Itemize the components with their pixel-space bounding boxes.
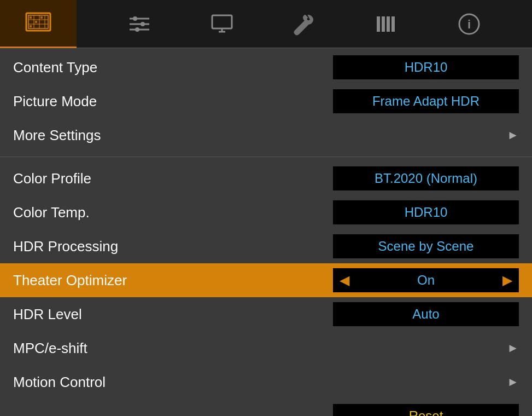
color-profile-value: BT.2020 (Normal): [333, 166, 519, 190]
svg-point-15: [141, 22, 145, 26]
row-more-settings[interactable]: More Settings ►: [0, 118, 532, 152]
svg-rect-7: [30, 16, 32, 19]
svg-rect-20: [377, 16, 380, 32]
tab-info[interactable]: i: [450, 0, 488, 48]
row-color-temp: Color Temp. HDR10: [0, 195, 532, 229]
section-divider: [0, 157, 532, 157]
monitor-icon: [210, 12, 234, 36]
tab-display[interactable]: [203, 0, 241, 48]
picture-icon: [24, 9, 52, 37]
hdr-processing-label: HDR Processing: [13, 238, 118, 255]
nav-icons: i: [77, 0, 532, 48]
motion-control-arrow: ►: [507, 375, 519, 389]
row-picture-mode: Picture Mode Frame Adapt HDR: [0, 84, 532, 118]
picture-mode-value: Frame Adapt HDR: [333, 89, 519, 113]
svg-rect-21: [382, 16, 385, 32]
row-hdr-level: HDR Level Auto: [0, 297, 532, 331]
mpc-eshift-arrow: ►: [507, 341, 519, 355]
color-profile-label: Color Profile: [13, 170, 91, 187]
theater-optimizer-value: On: [356, 268, 496, 292]
row-hdr-processing: HDR Processing Scene by Scene: [0, 229, 532, 263]
hdr-level-value: Auto: [333, 302, 519, 326]
more-settings-label: More Settings: [13, 127, 101, 144]
svg-text:i: i: [467, 18, 471, 31]
theater-optimizer-label: Theater Optimizer: [13, 272, 127, 289]
color-temp-label: Color Temp.: [13, 204, 90, 221]
tab-test[interactable]: [367, 0, 406, 48]
sliders-icon: [127, 12, 151, 36]
tab-picture[interactable]: [0, 0, 77, 48]
svg-rect-9: [40, 16, 43, 19]
tab-adjust[interactable]: [120, 0, 159, 48]
info-icon: i: [457, 12, 481, 36]
motion-control-label: Motion Control: [13, 374, 106, 391]
svg-rect-10: [30, 25, 32, 27]
svg-rect-22: [387, 16, 390, 32]
row-color-profile: Color Profile BT.2020 (Normal): [0, 161, 532, 195]
svg-rect-8: [35, 21, 37, 23]
wrench-icon: [292, 12, 316, 36]
settings-panel: Content Type HDR10 Picture Mode Frame Ad…: [0, 48, 532, 416]
mpc-eshift-label: MPC/e-shift: [13, 340, 87, 357]
theater-optimizer-next-arrow[interactable]: ▶: [496, 268, 519, 292]
testpattern-icon: [375, 12, 399, 36]
hdr-processing-value: Scene by Scene: [333, 234, 519, 258]
tab-tools[interactable]: [285, 0, 323, 48]
row-theater-optimizer[interactable]: Theater Optimizer ◀ On ▶: [0, 263, 532, 297]
row-content-type: Content Type HDR10: [0, 50, 532, 84]
top-navigation: i: [0, 0, 532, 48]
svg-rect-23: [391, 16, 395, 32]
hdr-level-label: HDR Level: [13, 306, 82, 323]
theater-optimizer-control: ◀ On ▶: [333, 268, 519, 292]
svg-point-14: [133, 16, 137, 21]
reset-row: Reset: [0, 399, 532, 416]
theater-optimizer-prev-arrow[interactable]: ◀: [333, 268, 356, 292]
row-motion-control[interactable]: Motion Control ►: [0, 365, 532, 399]
svg-point-16: [135, 27, 139, 32]
reset-button[interactable]: Reset: [333, 404, 519, 416]
content-type-label: Content Type: [13, 59, 97, 76]
content-type-value: HDR10: [333, 55, 519, 79]
svg-rect-17: [212, 15, 232, 28]
row-mpc-eshift[interactable]: MPC/e-shift ►: [0, 331, 532, 365]
picture-mode-label: Picture Mode: [13, 93, 97, 110]
svg-rect-0: [26, 13, 50, 31]
more-settings-arrow: ►: [507, 128, 519, 142]
color-temp-value: HDR10: [333, 200, 519, 224]
